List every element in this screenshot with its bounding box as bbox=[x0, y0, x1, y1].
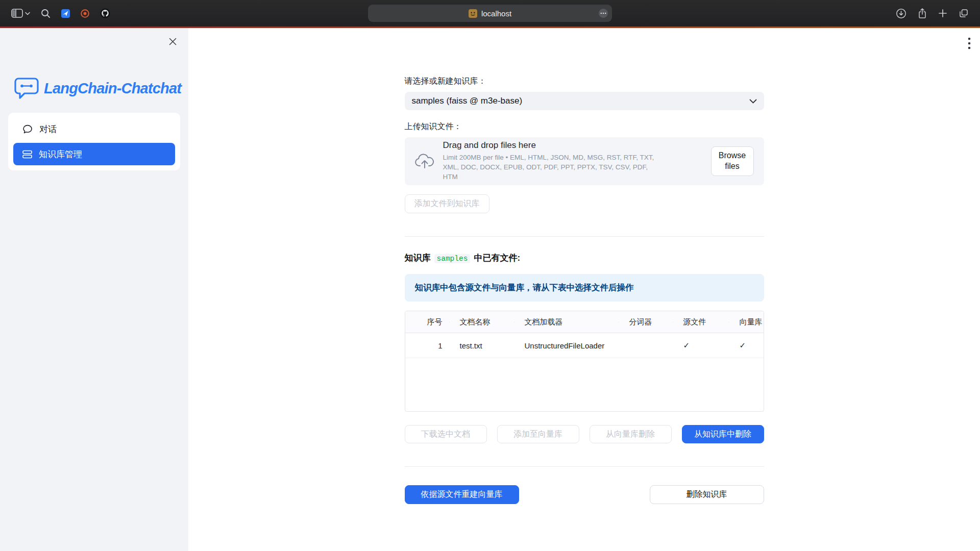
close-icon bbox=[168, 37, 177, 46]
info-banner: 知识库中包含源文件与向量库，请从下表中选择文件后操作 bbox=[405, 274, 764, 302]
chevron-down-icon bbox=[749, 99, 757, 104]
file-dropzone[interactable]: Drag and drop files here Limit 200MB per… bbox=[405, 137, 764, 185]
table-header-source-file[interactable]: 源文件 bbox=[673, 317, 729, 327]
kb-heading-code: samples bbox=[434, 254, 471, 263]
table-row[interactable]: 1 test.txt UnstructuredFileLoader ✓ ✓ bbox=[405, 333, 764, 358]
browser-toolbar: localhost bbox=[0, 0, 980, 27]
extension-orange-icon bbox=[81, 9, 89, 18]
app-menu-button[interactable] bbox=[968, 37, 971, 49]
new-tab-icon bbox=[938, 9, 947, 18]
downloads-button[interactable] bbox=[896, 8, 906, 19]
extension-blue-button[interactable] bbox=[61, 9, 70, 18]
app-content: LangChain-Chatchat 对话 知识库管理 请选择或新建知识库： bbox=[0, 28, 980, 551]
dropzone-text: Drag and drop files here Limit 200MB per… bbox=[443, 140, 702, 182]
table-header-row: 序号 文档名称 文档加载器 分词器 源文件 向量库 bbox=[405, 311, 764, 333]
dropzone-title: Drag and drop files here bbox=[443, 140, 702, 151]
browse-files-button[interactable]: Browse files bbox=[711, 146, 754, 176]
browser-window: localhost bbox=[0, 0, 980, 551]
cell-loader: UnstructuredFileLoader bbox=[514, 341, 619, 350]
cell-vector-store-check: ✓ bbox=[729, 341, 764, 350]
sidebar-item-label: 知识库管理 bbox=[39, 148, 82, 160]
sidebar-item-label: 对话 bbox=[39, 123, 57, 135]
download-icon bbox=[896, 8, 906, 19]
add-files-to-kb-button[interactable]: 添加文件到知识库 bbox=[405, 194, 489, 213]
github-icon bbox=[100, 8, 110, 18]
kb-files-heading: 知识库 samples 中已有文件: bbox=[405, 252, 764, 264]
toolbar-right-group bbox=[896, 8, 980, 19]
logo-text: LangChain-Chatchat bbox=[44, 80, 181, 97]
sidebar: LangChain-Chatchat 对话 知识库管理 bbox=[0, 28, 188, 551]
app-logo: LangChain-Chatchat bbox=[14, 77, 188, 99]
kb-select-value: samples (faiss @ m3e-base) bbox=[412, 96, 523, 106]
search-icon bbox=[41, 9, 51, 18]
kb-files-table: 序号 文档名称 文档加载器 分词器 源文件 向量库 1 test.txt Uns… bbox=[405, 311, 764, 412]
table-header-filename[interactable]: 文档名称 bbox=[450, 317, 514, 327]
kb-select-label: 请选择或新建知识库： bbox=[405, 76, 764, 87]
share-button[interactable] bbox=[918, 8, 927, 19]
divider bbox=[405, 236, 764, 237]
sidebar-item-chat[interactable]: 对话 bbox=[13, 118, 175, 140]
address-bar[interactable]: localhost bbox=[368, 5, 612, 22]
kb-select[interactable]: samples (faiss @ m3e-base) bbox=[405, 92, 764, 110]
divider bbox=[405, 466, 764, 467]
extension-blue-icon bbox=[61, 9, 70, 18]
tab-overview-button[interactable] bbox=[959, 8, 969, 18]
new-tab-button[interactable] bbox=[938, 9, 947, 18]
extension-orange-button[interactable] bbox=[81, 9, 89, 18]
address-url: localhost bbox=[481, 9, 511, 18]
sidebar-menu: 对话 知识库管理 bbox=[8, 113, 180, 170]
download-selected-button[interactable]: 下载选中文档 bbox=[405, 425, 487, 443]
sidebar-close-button[interactable] bbox=[168, 37, 177, 46]
cloud-upload-icon bbox=[415, 154, 434, 169]
chat-bubble-icon bbox=[22, 124, 33, 134]
site-favicon bbox=[469, 9, 477, 18]
cell-filename: test.txt bbox=[450, 341, 514, 350]
add-to-vector-store-button[interactable]: 添加至向量库 bbox=[497, 425, 579, 443]
table-header-loader[interactable]: 文档加载器 bbox=[514, 317, 619, 327]
sidebar-item-knowledge-base[interactable]: 知识库管理 bbox=[13, 143, 175, 165]
stack-list-icon bbox=[22, 150, 32, 159]
github-button[interactable] bbox=[100, 8, 110, 18]
delete-from-kb-button[interactable]: 从知识库中删除 bbox=[682, 425, 764, 443]
table-action-buttons: 下载选中文档 添加至向量库 从向量库删除 从知识库中删除 bbox=[405, 425, 764, 443]
logo-chat-bubble-icon bbox=[14, 77, 39, 99]
tabs-icon bbox=[959, 8, 969, 18]
search-button[interactable] bbox=[41, 9, 51, 18]
address-more-button[interactable] bbox=[599, 9, 608, 19]
cell-index: 1 bbox=[405, 341, 450, 350]
upload-label: 上传知识文件： bbox=[405, 121, 764, 132]
kb-bottom-buttons: 依据源文件重建向量库 删除知识库 bbox=[405, 485, 764, 504]
share-icon bbox=[918, 8, 927, 19]
ellipsis-icon bbox=[599, 9, 608, 18]
sidebar-toggle-button[interactable] bbox=[11, 9, 30, 18]
table-header-vector-store[interactable]: 向量库 bbox=[729, 317, 764, 327]
table-header-index[interactable]: 序号 bbox=[405, 317, 450, 327]
kb-heading-suffix: 中已有文件: bbox=[474, 252, 520, 264]
chevron-down-icon bbox=[25, 12, 30, 15]
delete-kb-button[interactable]: 删除知识库 bbox=[650, 485, 764, 504]
toolbar-left-group bbox=[0, 8, 110, 18]
kebab-menu-icon bbox=[968, 37, 971, 49]
cell-source-file-check: ✓ bbox=[673, 341, 729, 350]
main-area: 请选择或新建知识库： samples (faiss @ m3e-base) 上传… bbox=[188, 28, 980, 551]
delete-from-vector-store-button[interactable]: 从向量库删除 bbox=[590, 425, 672, 443]
dropzone-limit: Limit 200MB per file • EML, HTML, JSON, … bbox=[443, 153, 664, 182]
table-header-splitter[interactable]: 分词器 bbox=[619, 317, 673, 327]
kb-management-panel: 请选择或新建知识库： samples (faiss @ m3e-base) 上传… bbox=[405, 28, 764, 504]
sidebar-toggle-icon bbox=[11, 9, 23, 18]
rebuild-vector-store-button[interactable]: 依据源文件重建向量库 bbox=[405, 485, 519, 504]
kb-heading-prefix: 知识库 bbox=[405, 252, 431, 264]
